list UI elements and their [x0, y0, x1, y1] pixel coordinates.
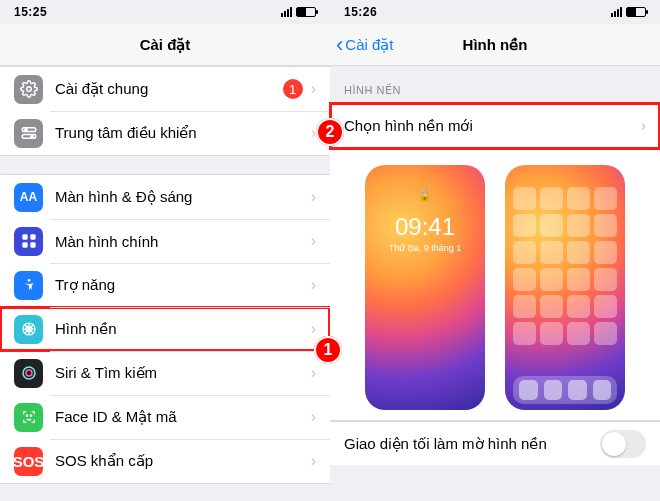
svg-point-3: [24, 129, 26, 131]
chevron-right-icon: ›: [311, 364, 316, 382]
row-sos[interactable]: SOS SOS khẩn cấp ›: [0, 439, 330, 483]
row-label: Hình nền: [55, 320, 311, 338]
settings-list: Cài đặt chung 1 › Trung tâm điều khiển ›: [0, 66, 330, 156]
row-label: SOS khẩn cấp: [55, 452, 311, 470]
page-title: Cài đặt: [140, 36, 191, 54]
row-choose-wallpaper[interactable]: Chọn hình nền mới ›: [330, 104, 660, 148]
row-wallpaper[interactable]: Hình nền ›: [0, 307, 330, 351]
toggle-switch[interactable]: [600, 430, 646, 458]
preview-clock: 09:41: [365, 213, 485, 241]
lock-icon: 🔒: [365, 189, 485, 202]
status-bar: 15:26: [330, 0, 660, 24]
gear-icon: [14, 75, 43, 104]
row-label: Chọn hình nền mới: [344, 117, 641, 135]
lock-screen-preview[interactable]: 🔒 09:41 Thứ Ba, 9 tháng 1: [365, 165, 485, 410]
chevron-right-icon: ›: [311, 452, 316, 470]
row-label: Giao diện tối làm mờ hình nền: [344, 435, 600, 453]
row-label: Màn hình chính: [55, 233, 311, 250]
text-size-icon: AA: [14, 183, 43, 212]
notification-badge: 1: [283, 79, 303, 99]
status-bar: 15:25: [0, 0, 330, 24]
status-indicators: [611, 7, 646, 17]
back-label: Cài đặt: [345, 36, 393, 54]
home-app-grid: [513, 187, 617, 368]
chevron-right-icon: ›: [311, 276, 316, 294]
apps-grid-icon: [14, 227, 43, 256]
row-siri[interactable]: Siri & Tìm kiếm ›: [0, 351, 330, 395]
svg-point-12: [23, 367, 35, 379]
svg-rect-8: [30, 242, 35, 247]
row-label: Face ID & Mật mã: [55, 408, 311, 426]
status-indicators: [281, 7, 316, 17]
row-general[interactable]: Cài đặt chung 1 ›: [0, 67, 330, 111]
svg-rect-5: [22, 234, 27, 239]
chevron-right-icon: ›: [311, 232, 316, 250]
svg-rect-7: [22, 242, 27, 247]
row-display[interactable]: AA Màn hình & Độ sáng ›: [0, 175, 330, 219]
chevron-right-icon: ›: [311, 80, 316, 98]
sos-icon: SOS: [14, 447, 43, 476]
row-control-center[interactable]: Trung tâm điều khiển ›: [0, 111, 330, 155]
step-callout-1: 1: [314, 336, 342, 364]
face-id-icon: [14, 403, 43, 432]
svg-point-15: [30, 415, 31, 416]
chevron-right-icon: ›: [641, 117, 646, 135]
row-label: Trung tâm điều khiển: [55, 124, 311, 142]
status-time: 15:26: [344, 5, 377, 19]
svg-point-0: [26, 87, 31, 92]
row-label: Màn hình & Độ sáng: [55, 188, 311, 206]
settings-list-2: AA Màn hình & Độ sáng › Màn hình chính ›…: [0, 174, 330, 484]
page-title: Hình nền: [463, 36, 528, 54]
chevron-right-icon: ›: [311, 408, 316, 426]
home-dock: [513, 376, 617, 404]
row-label: Siri & Tìm kiếm: [55, 364, 311, 382]
settings-screen: 15:25 Cài đặt Cài đặt chung 1 › Trung tâ…: [0, 0, 330, 501]
battery-icon: [296, 7, 316, 17]
row-faceid[interactable]: Face ID & Mật mã ›: [0, 395, 330, 439]
section-header: HÌNH NỀN: [330, 66, 660, 103]
row-label: Cài đặt chung: [55, 80, 283, 98]
choose-wallpaper-list: Chọn hình nền mới ›: [330, 103, 660, 149]
chevron-left-icon: ‹: [336, 34, 343, 56]
preview-date: Thứ Ba, 9 tháng 1: [365, 243, 485, 253]
toggles-icon: [14, 119, 43, 148]
row-home-screen[interactable]: Màn hình chính ›: [0, 219, 330, 263]
wallpaper-screen: 15:26 ‹ Cài đặt Hình nền HÌNH NỀN Chọn h…: [330, 0, 660, 501]
step-callout-2: 2: [316, 118, 344, 146]
dark-mode-dim-row[interactable]: Giao diện tối làm mờ hình nền: [330, 421, 660, 465]
accessibility-icon: [14, 271, 43, 300]
signal-icon: [611, 7, 622, 17]
status-time: 15:25: [14, 5, 47, 19]
svg-point-13: [26, 370, 32, 376]
svg-point-14: [26, 415, 27, 416]
chevron-right-icon: ›: [311, 320, 316, 338]
wallpaper-previews: 🔒 09:41 Thứ Ba, 9 tháng 1: [330, 149, 660, 421]
nav-header: ‹ Cài đặt Hình nền: [330, 24, 660, 66]
row-accessibility[interactable]: Trợ năng ›: [0, 263, 330, 307]
signal-icon: [281, 7, 292, 17]
svg-rect-6: [30, 234, 35, 239]
svg-point-4: [30, 135, 32, 137]
nav-header: Cài đặt: [0, 24, 330, 66]
chevron-right-icon: ›: [311, 188, 316, 206]
battery-icon: [626, 7, 646, 17]
home-screen-preview[interactable]: [505, 165, 625, 410]
back-button[interactable]: ‹ Cài đặt: [336, 24, 394, 65]
row-label: Trợ năng: [55, 276, 311, 294]
svg-point-9: [27, 279, 30, 282]
siri-icon: [14, 359, 43, 388]
wallpaper-icon: [14, 315, 43, 344]
